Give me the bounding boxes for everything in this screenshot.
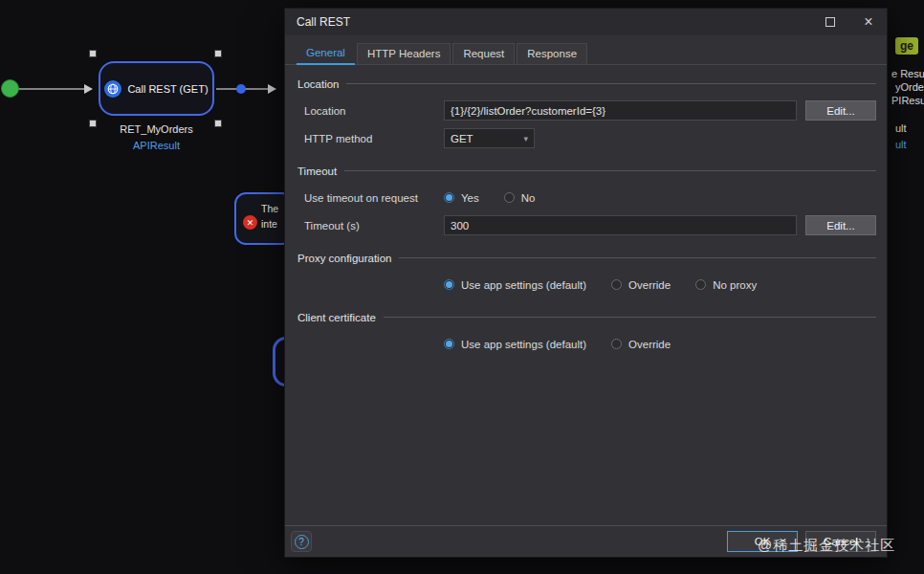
call-rest-node-variable[interactable]: APIResult	[89, 140, 224, 151]
maximize-icon	[825, 17, 835, 27]
error-icon: ✕	[243, 215, 257, 230]
edge-badge-fragment: ge	[895, 37, 918, 55]
location-edit-button[interactable]: Edit...	[805, 100, 876, 121]
group-divider	[384, 317, 876, 318]
tab-request[interactable]: Request	[452, 43, 515, 64]
connector-midpoint-dot	[236, 84, 246, 94]
http-method-dropdown[interactable]: GET ▾	[444, 128, 535, 148]
radio-proxy-override[interactable]: Override	[611, 279, 671, 291]
call-rest-activity-node[interactable]: Call REST (GET)	[99, 61, 214, 116]
location-row: Location Edit...	[297, 97, 876, 124]
tab-response[interactable]: Response	[517, 43, 587, 64]
edge-text-fragment-5: ult	[895, 139, 907, 150]
http-method-label: HTTP method	[304, 133, 444, 144]
tab-general[interactable]: General	[297, 43, 355, 65]
group-divider	[344, 170, 876, 171]
dialog-tabstrip: General HTTP Headers Request Response	[285, 35, 887, 65]
call-rest-node-caption: RET_MyOrders	[89, 123, 224, 135]
dialog-title: Call REST	[297, 15, 350, 29]
tab-general-content: Location Location Edit... HTTP method GE…	[285, 65, 887, 525]
edge-text-fragment-1: e Resu	[891, 68, 924, 79]
radio-selected-icon	[444, 192, 454, 203]
edge-text-fragment-3: PIResu	[891, 95, 924, 106]
proxy-group-title: Proxy configuration	[297, 253, 391, 264]
annotation-text-line2: inte	[261, 218, 277, 230]
radio-proxy-app-settings-label: Use app settings (default)	[461, 279, 586, 291]
timeout-seconds-label: Timeout (s)	[304, 220, 444, 232]
client-certificate-group-header: Client certificate	[297, 310, 876, 324]
chevron-down-icon: ▾	[523, 134, 528, 144]
use-timeout-label: Use timeout on request	[304, 192, 444, 204]
timeout-group-title: Timeout	[297, 166, 337, 177]
connector-arrowhead-in	[84, 84, 93, 94]
client-certificate-group: Client certificate Use app settings (def…	[297, 310, 876, 358]
timeout-seconds-row: Timeout (s) Edit...	[297, 211, 876, 239]
dialog-titlebar[interactable]: Call REST ×	[285, 9, 887, 35]
close-icon: ×	[864, 13, 872, 31]
proxy-options-row: Use app settings (default) Override No p…	[297, 271, 876, 298]
radio-proxy-app-settings[interactable]: Use app settings (default)	[444, 279, 586, 291]
selection-handle-bottom-left[interactable]	[89, 120, 97, 127]
location-group: Location Location Edit... HTTP method GE…	[297, 77, 876, 152]
radio-cert-app-settings-label: Use app settings (default)	[461, 339, 586, 350]
radio-cert-app-settings[interactable]: Use app settings (default)	[444, 339, 586, 350]
selection-handle-top-left[interactable]	[89, 50, 97, 57]
tab-http-headers[interactable]: HTTP Headers	[357, 43, 451, 64]
timeout-edit-button[interactable]: Edit...	[805, 215, 876, 235]
proxy-group-header: Proxy configuration	[297, 251, 876, 265]
dialog-footer: ? OK Cancel	[285, 525, 887, 557]
radio-unselected-icon	[611, 279, 622, 290]
certificate-options-row: Use app settings (default) Override	[297, 330, 876, 358]
start-event-node[interactable]	[1, 79, 19, 98]
annotation-text-line1: The	[261, 203, 278, 214]
help-icon: ?	[295, 535, 309, 549]
proxy-group: Proxy configuration Use app settings (de…	[297, 251, 876, 298]
selection-handle-top-right[interactable]	[214, 50, 222, 57]
radio-unselected-icon	[695, 279, 706, 290]
timeout-input[interactable]	[444, 215, 797, 235]
help-button[interactable]: ?	[291, 531, 312, 552]
edge-text-fragment-4: ult	[895, 122, 907, 134]
radio-timeout-yes[interactable]: Yes	[444, 192, 479, 204]
radio-unselected-icon	[504, 192, 515, 203]
ok-button[interactable]: OK	[727, 531, 798, 552]
radio-selected-icon	[444, 339, 454, 349]
radio-cert-override[interactable]: Override	[611, 339, 671, 350]
http-method-row: HTTP method GET ▾	[297, 124, 876, 152]
group-divider	[346, 83, 876, 84]
selection-handle-bottom-right[interactable]	[214, 120, 222, 127]
connector-arrowhead-out	[268, 84, 276, 94]
radio-proxy-none[interactable]: No proxy	[695, 279, 757, 291]
radio-unselected-icon	[611, 339, 622, 349]
http-method-value: GET	[451, 133, 473, 144]
group-divider	[399, 257, 876, 258]
radio-proxy-override-label: Override	[628, 279, 671, 291]
radio-selected-icon	[444, 279, 454, 290]
location-group-header: Location	[297, 77, 876, 91]
call-rest-node-label: Call REST (GET)	[127, 83, 208, 95]
location-group-title: Location	[297, 78, 339, 90]
radio-cert-override-label: Override	[628, 339, 671, 350]
use-timeout-row: Use timeout on request Yes No	[297, 184, 876, 211]
timeout-group: Timeout Use timeout on request Yes No T	[297, 164, 876, 239]
timeout-group-header: Timeout	[297, 164, 876, 178]
location-field-label: Location	[304, 105, 444, 117]
radio-timeout-no-label: No	[521, 192, 536, 204]
location-input[interactable]	[444, 100, 797, 121]
call-rest-globe-icon	[104, 80, 121, 98]
maximize-button[interactable]	[814, 9, 847, 35]
radio-timeout-yes-label: Yes	[461, 192, 479, 204]
edge-text-fragment-2: yOrde	[895, 81, 924, 93]
microflow-editor-screen: Call REST (GET) RET_MyOrders APIResult ✕…	[0, 0, 924, 574]
call-rest-dialog: Call REST × General HTTP Headers Request…	[284, 8, 888, 558]
radio-proxy-none-label: No proxy	[713, 279, 757, 291]
client-certificate-group-title: Client certificate	[297, 312, 376, 323]
close-button[interactable]: ×	[852, 9, 885, 35]
cancel-button[interactable]: Cancel	[805, 531, 876, 552]
radio-timeout-no[interactable]: No	[504, 192, 536, 204]
